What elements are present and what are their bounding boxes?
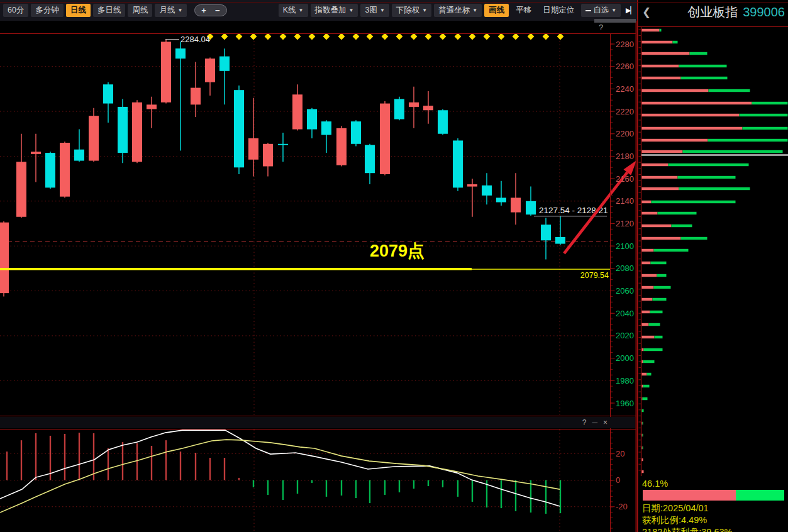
candle-body[interactable]: [103, 84, 113, 103]
chip-bar-red: [642, 41, 673, 43]
candle-body[interactable]: [394, 99, 404, 119]
diamond-marker: [382, 33, 389, 40]
chip-bar-green: [669, 163, 749, 166]
candle-body[interactable]: [482, 186, 492, 196]
candle-body[interactable]: [380, 104, 390, 174]
candle-body[interactable]: [45, 153, 55, 187]
candle-body[interactable]: [496, 197, 506, 202]
toolbar-button-月线[interactable]: 月线▼: [155, 4, 187, 17]
toolbar-button-label: 下除权: [396, 5, 420, 16]
chip-bar-red: [642, 422, 643, 424]
toolbar-button-平移[interactable]: 平移: [511, 4, 536, 17]
candle-body[interactable]: [248, 138, 258, 160]
diamond-marker: [455, 33, 462, 40]
toolbar-button-下除权[interactable]: 下除权▼: [392, 4, 431, 17]
chip-bar-red: [642, 150, 683, 153]
candle-body[interactable]: [321, 121, 331, 135]
candle-body[interactable]: [191, 88, 201, 105]
indicator-minimize-icon[interactable]: ─: [592, 418, 597, 427]
candle-body[interactable]: [365, 145, 375, 174]
candle-body[interactable]: [118, 107, 128, 153]
diamond-marker: [513, 33, 519, 40]
candle-body[interactable]: [511, 197, 521, 212]
candle-body[interactable]: [147, 104, 157, 109]
candle-body[interactable]: [31, 152, 41, 154]
toolbar-button-画线[interactable]: 画线: [484, 4, 509, 17]
candle-body[interactable]: [278, 144, 288, 145]
collapse-panel-icon[interactable]: ▶▏: [626, 6, 635, 14]
candle-body[interactable]: [307, 109, 317, 129]
candle-body[interactable]: [526, 201, 536, 214]
chevron-down-icon: ▼: [380, 8, 385, 13]
ratio-bar-green[interactable]: [736, 490, 784, 501]
chip-bar-red: [642, 201, 652, 203]
candle-body[interactable]: [175, 48, 186, 58]
zoom-in-button[interactable]: +: [201, 6, 206, 15]
toolbar-button-多日线[interactable]: 多日线: [93, 4, 126, 17]
diamond-marker: [440, 33, 447, 40]
toolbar-button-60分[interactable]: 60分: [3, 4, 28, 17]
price-axis-label: 2200: [616, 129, 634, 138]
diamond-marker: [425, 33, 432, 40]
indicator-histogram-bar: [79, 433, 80, 480]
candle-body[interactable]: [263, 144, 273, 167]
candle-body[interactable]: [60, 143, 70, 197]
candle-body[interactable]: [89, 116, 99, 160]
candle-body[interactable]: [409, 103, 419, 107]
price-axis-label: 2100: [616, 241, 634, 251]
diamond-marker: [528, 33, 535, 40]
chip-bar-green: [708, 139, 788, 141]
candle-body[interactable]: [423, 106, 433, 110]
candle-body[interactable]: [0, 223, 9, 293]
chip-bar-green: [752, 102, 788, 104]
chip-bar-red: [642, 102, 752, 104]
toolbar-button-指数叠加[interactable]: 指数叠加▼: [311, 4, 358, 17]
chart-help-icon[interactable]: ?: [599, 23, 603, 32]
peak-price-label: 2284.04: [180, 35, 210, 44]
candle-body[interactable]: [132, 103, 142, 162]
candle-body[interactable]: [541, 224, 551, 240]
toolbar-button-普通坐标[interactable]: 普通坐标▼: [434, 4, 482, 17]
chip-bar-green: [681, 237, 708, 240]
indicator-histogram-bar: [355, 480, 357, 499]
toolbar-button-label: 月线: [159, 5, 175, 16]
toolbar-button-自选[interactable]: 自选▼: [581, 4, 621, 17]
indicator-histogram-bar: [282, 480, 284, 500]
candle-body[interactable]: [336, 128, 347, 165]
indicator-close-icon[interactable]: ×: [603, 418, 608, 427]
zoom-out-button[interactable]: −: [215, 6, 220, 15]
indicator-white-line: [0, 430, 560, 506]
price-axis-label: 2160: [616, 174, 634, 184]
back-chevron-icon[interactable]: ❮: [642, 6, 651, 19]
candle-body[interactable]: [453, 140, 463, 187]
toolbar-button-label: 平移: [516, 5, 531, 16]
chip-bar-red: [642, 311, 650, 313]
chip-bar-red: [642, 176, 678, 179]
candle-body[interactable]: [438, 110, 448, 133]
toolbar-button-周线[interactable]: 周线: [128, 4, 152, 17]
chip-bar-green: [651, 262, 667, 264]
indicator-histogram-bar: [311, 480, 313, 483]
candle-body[interactable]: [16, 162, 26, 216]
toolbar-button-3图[interactable]: 3图▼: [360, 4, 389, 17]
candle-body[interactable]: [555, 237, 565, 244]
candle-body[interactable]: [351, 121, 361, 144]
indicator-help-icon[interactable]: ?: [582, 418, 587, 427]
candle-body[interactable]: [205, 58, 215, 82]
toolbar-button-日期定位[interactable]: 日期定位: [538, 4, 579, 17]
candle-body[interactable]: [292, 94, 302, 129]
indicator-histogram-bar: [297, 480, 298, 494]
candle-body[interactable]: [219, 57, 230, 71]
diamond-marker: [265, 33, 272, 40]
chip-bar-red: [642, 323, 649, 326]
toolbar-button-K线[interactable]: K线▼: [279, 4, 308, 17]
chip-bar-red: [642, 397, 643, 400]
candle-body[interactable]: [161, 42, 171, 102]
ratio-bar-red[interactable]: [643, 490, 736, 501]
toolbar-button-日线[interactable]: 日线: [66, 4, 91, 17]
chip-bar-red: [642, 89, 709, 92]
candle-body[interactable]: [234, 90, 244, 167]
candle-body[interactable]: [467, 184, 477, 187]
candle-body[interactable]: [74, 150, 84, 161]
toolbar-button-多分钟[interactable]: 多分钟: [31, 4, 64, 17]
